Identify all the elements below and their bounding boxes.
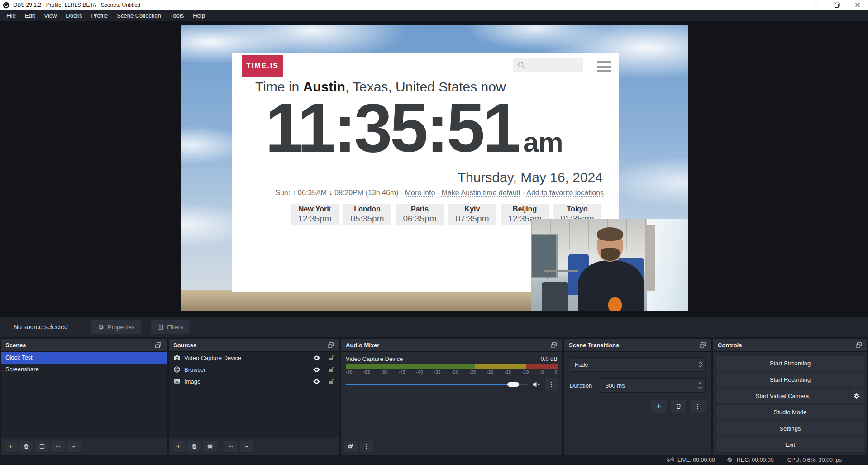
transition-select[interactable]: Fade [570, 357, 706, 372]
menu-edit[interactable]: Edit [20, 10, 39, 21]
duration-spinbox[interactable]: 300 ms [600, 378, 706, 393]
chevron-down-icon [698, 365, 702, 368]
popout-icon[interactable] [154, 341, 162, 349]
volume-slider[interactable] [346, 382, 528, 387]
speaker-icon[interactable] [532, 380, 541, 389]
settings-button[interactable]: Settings [716, 421, 864, 436]
obs-logo-icon [3, 2, 10, 9]
remove-source-button[interactable] [187, 441, 201, 452]
source-item-image[interactable]: Image [169, 375, 339, 387]
transitions-body: Fade Duration 300 ms [564, 352, 711, 455]
menu-view[interactable]: View [39, 10, 61, 21]
stream-inactive-icon [667, 456, 674, 464]
world-clock-london[interactable]: London05:35pm [343, 204, 391, 225]
more-info-link[interactable]: More info [405, 189, 435, 197]
make-default-link[interactable]: Make Austin time default [442, 189, 520, 197]
popout-icon[interactable] [550, 341, 558, 349]
add-favorite-link[interactable]: Add to favorite locations [526, 189, 604, 197]
titlebar: OBS 29.1.2 - Profile: LLHLS BETA - Scene… [0, 0, 868, 10]
start-streaming-button[interactable]: Start Streaming [716, 356, 864, 371]
move-source-down-button[interactable] [240, 441, 253, 452]
scene-item-screenshare[interactable]: Screenshare [1, 364, 167, 375]
select-arrows[interactable] [695, 358, 705, 371]
filters-button[interactable]: Filters [151, 320, 189, 334]
window-controls [806, 0, 868, 10]
cpu-fps-stats: CPU: 0.6%, 30.00 fps [787, 457, 842, 463]
restore-button[interactable] [826, 0, 847, 10]
duration-value: 300 ms [600, 382, 695, 389]
chevron-down-icon [71, 443, 77, 450]
popout-icon[interactable] [855, 341, 863, 349]
status-bar: LIVE: 00:00:00 REC: 00:00:00 CPU: 0.6%, … [0, 455, 868, 465]
lock-icon[interactable] [328, 378, 335, 385]
add-scene-button[interactable]: + [4, 441, 17, 452]
source-properties-button[interactable] [203, 441, 217, 452]
move-scene-up-button[interactable] [51, 441, 65, 452]
add-transition-button[interactable]: + [651, 400, 667, 413]
program-preview[interactable]: TIME.IS Time in Austin, Texas, United St… [181, 25, 688, 311]
visibility-eye-icon[interactable] [313, 366, 320, 374]
channel-menu-button[interactable] [545, 378, 558, 391]
controls-panel: Controls Start Streaming Start Recording… [713, 339, 867, 455]
source-item-browser[interactable]: Browser [169, 364, 339, 375]
start-virtual-camera-button[interactable]: Start Virtual Camera [716, 388, 848, 403]
move-source-up-button[interactable] [224, 441, 238, 452]
volume-slider-handle[interactable] [507, 382, 519, 387]
webcam-face [597, 229, 623, 262]
gear-icon [207, 443, 213, 450]
world-clock-new-york[interactable]: New York12:35pm [291, 204, 339, 225]
properties-button[interactable]: Properties [91, 320, 141, 334]
visibility-eye-icon[interactable] [313, 378, 320, 385]
menu-file[interactable]: File [2, 10, 20, 21]
meter-scale: -60-55-50-45-40-35-30-25-20-15-10-50 [346, 370, 558, 374]
webcam-table [544, 270, 578, 272]
trash-icon [675, 403, 682, 410]
dots-vertical-icon [363, 443, 370, 450]
volume-meter [346, 364, 558, 369]
webcam-video [531, 219, 688, 311]
start-recording-button[interactable]: Start Recording [716, 372, 864, 387]
add-source-button[interactable]: + [172, 441, 185, 452]
hamburger-menu-icon[interactable] [597, 61, 611, 72]
transition-menu-button[interactable] [690, 400, 706, 413]
world-clock-paris[interactable]: Paris06:35pm [396, 204, 444, 225]
studio-mode-button[interactable]: Studio Mode [716, 405, 864, 420]
menu-docks[interactable]: Docks [61, 10, 86, 21]
move-scene-down-button[interactable] [67, 441, 81, 452]
mixer-menu-button[interactable] [360, 441, 373, 452]
image-icon [173, 378, 181, 385]
popout-icon[interactable] [699, 341, 706, 349]
source-toolbar: No source selected Properties Filters [0, 317, 868, 337]
minimize-button[interactable] [806, 0, 826, 10]
lock-icon[interactable] [328, 355, 335, 361]
menu-profile[interactable]: Profile [86, 10, 112, 21]
filters-icon [157, 324, 164, 331]
visibility-eye-icon[interactable] [313, 354, 320, 362]
popout-icon[interactable] [327, 341, 334, 349]
remove-scene-button[interactable] [19, 441, 33, 452]
menu-scene-collection[interactable]: Scene Collection [112, 10, 166, 21]
spin-arrows[interactable] [695, 382, 705, 389]
menu-help[interactable]: Help [188, 10, 210, 21]
webcam-chair [542, 282, 568, 311]
world-clock-kyiv[interactable]: Kyiv07:35pm [448, 204, 496, 225]
window-title: OBS 29.1.2 - Profile: LLHLS BETA - Scene… [13, 2, 140, 8]
webcam-shirt-logo [608, 297, 622, 311]
close-button[interactable] [847, 0, 868, 10]
scene-item-clock-test[interactable]: Clock Test [1, 352, 167, 364]
lock-icon[interactable] [328, 366, 335, 373]
mixer-channel-name: Video Capture Device [346, 355, 540, 362]
virtual-camera-settings-button[interactable] [849, 388, 864, 403]
exit-button[interactable]: Exit [716, 437, 864, 452]
chevron-up-icon [228, 443, 234, 450]
remove-transition-button[interactable] [671, 400, 686, 413]
dots-vertical-icon [695, 403, 701, 410]
menu-tools[interactable]: Tools [166, 10, 188, 21]
filters-icon [39, 443, 45, 450]
source-item-video-capture[interactable]: Video Capture Device [169, 352, 339, 364]
advanced-audio-button[interactable] [344, 441, 358, 452]
double-gear-icon [347, 443, 354, 450]
clock-time: 11:35:51 [265, 92, 519, 164]
search-input[interactable] [513, 58, 583, 72]
scene-filters-button[interactable] [35, 441, 49, 452]
